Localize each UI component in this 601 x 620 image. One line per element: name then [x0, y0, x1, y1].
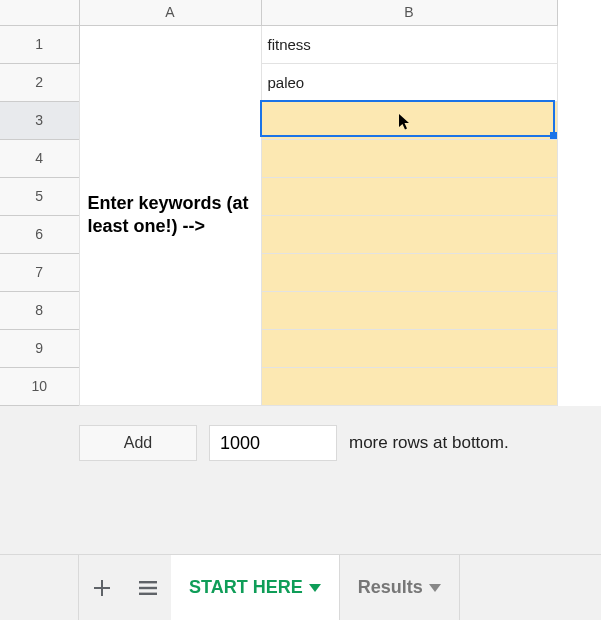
- row-header-4[interactable]: 4: [0, 139, 79, 177]
- add-rows-count-input[interactable]: [209, 425, 337, 461]
- cell-B3[interactable]: [261, 101, 557, 139]
- cell-B9[interactable]: [261, 329, 557, 367]
- svg-rect-1: [139, 586, 157, 588]
- row-header-3[interactable]: 3: [0, 101, 79, 139]
- cell-B6[interactable]: [261, 215, 557, 253]
- caret-down-icon: [309, 584, 321, 592]
- col-header-B[interactable]: B: [261, 0, 557, 25]
- svg-rect-2: [139, 592, 157, 594]
- select-all-corner[interactable]: [0, 0, 79, 25]
- tab-bar-left-stub: [0, 555, 79, 620]
- tab-label: Results: [358, 577, 423, 598]
- row-header-8[interactable]: 8: [0, 291, 79, 329]
- add-rows-button[interactable]: Add: [79, 425, 197, 461]
- add-rows-bar: Add more rows at bottom.: [79, 425, 509, 461]
- caret-down-icon: [429, 584, 441, 592]
- row-header-2[interactable]: 2: [0, 63, 79, 101]
- col-header-A[interactable]: A: [79, 0, 261, 25]
- row-header-6[interactable]: 6: [0, 215, 79, 253]
- tab-label: START HERE: [189, 577, 303, 598]
- add-rows-suffix-text: more rows at bottom.: [349, 433, 509, 453]
- spreadsheet-grid[interactable]: A B 1 Enter keywords (at least one!) -->…: [0, 0, 601, 406]
- cell-B5[interactable]: [261, 177, 557, 215]
- cell-B8[interactable]: [261, 291, 557, 329]
- cell-B7[interactable]: [261, 253, 557, 291]
- cell-B1[interactable]: fitness: [261, 25, 557, 63]
- cell-B4[interactable]: [261, 139, 557, 177]
- cell-B10[interactable]: [261, 367, 557, 405]
- tab-start-here[interactable]: START HERE: [171, 555, 340, 620]
- plus-icon: [93, 579, 111, 597]
- instruction-cell[interactable]: Enter keywords (at least one!) -->: [79, 25, 261, 405]
- cell-B2[interactable]: paleo: [261, 63, 557, 101]
- add-sheet-button[interactable]: [79, 555, 125, 620]
- row-header-5[interactable]: 5: [0, 177, 79, 215]
- row-header-1[interactable]: 1: [0, 25, 79, 63]
- menu-icon: [139, 581, 157, 595]
- sheet-tab-bar: START HERE Results: [0, 554, 601, 620]
- tab-menu-button[interactable]: [309, 584, 321, 592]
- svg-rect-0: [139, 581, 157, 583]
- all-sheets-button[interactable]: [125, 555, 171, 620]
- row-header-7[interactable]: 7: [0, 253, 79, 291]
- tab-menu-button[interactable]: [429, 584, 441, 592]
- row-header-9[interactable]: 9: [0, 329, 79, 367]
- tab-results[interactable]: Results: [340, 555, 460, 620]
- row-header-10[interactable]: 10: [0, 367, 79, 405]
